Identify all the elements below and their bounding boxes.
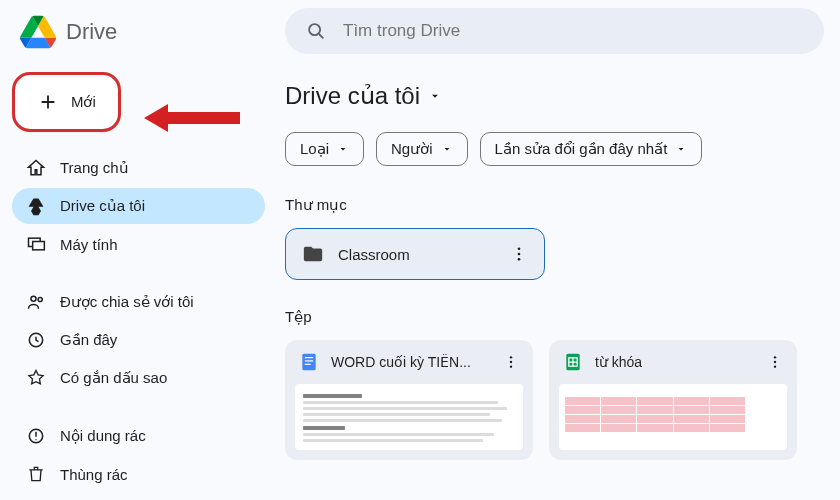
home-icon — [26, 158, 46, 178]
spam-icon — [26, 426, 46, 446]
svg-rect-10 — [302, 354, 315, 371]
sidebar-item-trash[interactable]: Thùng rác — [12, 456, 265, 492]
file-row: WORD cuối kỳ TIẾN... từ khóa — [285, 340, 824, 460]
sidebar-item-label: Máy tính — [60, 236, 118, 253]
search-icon — [305, 20, 327, 42]
sidebar-item-label: Drive của tôi — [60, 197, 145, 215]
svg-point-19 — [774, 356, 776, 358]
file-title: WORD cuối kỳ TIẾN... — [331, 354, 491, 370]
sidebar-item-recent[interactable]: Gần đây — [12, 322, 265, 358]
sidebar-item-computers[interactable]: Máy tính — [12, 226, 265, 262]
chip-label: Lần sửa đổi gần đây nhất — [495, 140, 668, 158]
sidebar-item-label: Trang chủ — [60, 159, 129, 177]
sheets-icon — [563, 352, 583, 372]
docs-icon — [299, 352, 319, 372]
page-title: Drive của tôi — [285, 82, 420, 110]
svg-point-20 — [774, 361, 776, 363]
sidebar-item-label: Được chia sẻ với tôi — [60, 293, 194, 311]
sidebar: Drive Mới Trang chủ Drive của tôi Máy tí… — [0, 0, 265, 500]
svg-point-3 — [38, 297, 42, 301]
nav: Trang chủ Drive của tôi Máy tính Được ch… — [12, 150, 265, 500]
page-title-row[interactable]: Drive của tôi — [285, 82, 824, 110]
sidebar-item-my-drive[interactable]: Drive của tôi — [12, 188, 265, 224]
sidebar-item-label: Thùng rác — [60, 466, 128, 483]
sidebar-item-shared[interactable]: Được chia sẻ với tôi — [12, 284, 265, 320]
file-card-doc[interactable]: WORD cuối kỳ TIẾN... — [285, 340, 533, 460]
svg-point-16 — [510, 365, 512, 367]
logo-row[interactable]: Drive — [12, 10, 265, 74]
svg-point-15 — [510, 361, 512, 363]
svg-rect-11 — [305, 357, 313, 358]
new-button-label: Mới — [71, 93, 96, 111]
folder-card[interactable]: Classroom — [285, 228, 545, 280]
caret-down-icon — [675, 143, 687, 155]
star-icon — [26, 368, 46, 388]
svg-point-2 — [31, 296, 36, 301]
filter-row: Loại Người Lần sửa đổi gần đây nhất — [285, 132, 824, 166]
files-heading: Tệp — [285, 308, 824, 326]
trash-icon — [26, 464, 46, 484]
svg-point-14 — [510, 356, 512, 358]
search-input[interactable] — [343, 21, 804, 41]
more-icon[interactable] — [503, 354, 519, 370]
sidebar-item-storage[interactable]: Bộ nhớ — [12, 494, 265, 500]
folder-name: Classroom — [338, 246, 496, 263]
folder-icon — [302, 243, 324, 265]
caret-down-icon — [337, 143, 349, 155]
search-bar[interactable] — [285, 8, 824, 54]
main-content: Drive của tôi Loại Người Lần sửa đổi gần… — [265, 0, 840, 500]
sidebar-item-starred[interactable]: Có gắn dấu sao — [12, 360, 265, 396]
svg-point-6 — [309, 24, 320, 35]
chip-label: Loại — [300, 140, 329, 158]
svg-point-8 — [518, 253, 521, 256]
sidebar-item-label: Gần đây — [60, 331, 117, 349]
doc-preview — [295, 384, 523, 450]
new-button[interactable]: Mới — [14, 74, 119, 130]
svg-point-9 — [518, 258, 521, 261]
more-icon[interactable] — [767, 354, 783, 370]
people-icon — [26, 292, 46, 312]
svg-rect-1 — [33, 242, 45, 250]
plus-icon — [37, 91, 59, 113]
drive-icon — [26, 196, 46, 216]
svg-point-7 — [518, 247, 521, 250]
filter-people[interactable]: Người — [376, 132, 468, 166]
svg-rect-12 — [305, 360, 313, 361]
sidebar-item-home[interactable]: Trang chủ — [12, 150, 265, 186]
computer-icon — [26, 234, 46, 254]
clock-icon — [26, 330, 46, 350]
sidebar-item-label: Nội dung rác — [60, 427, 146, 445]
sidebar-item-spam[interactable]: Nội dung rác — [12, 418, 265, 454]
more-icon[interactable] — [510, 245, 528, 263]
caret-down-icon — [441, 143, 453, 155]
file-card-sheet[interactable]: từ khóa — [549, 340, 797, 460]
svg-point-21 — [774, 365, 776, 367]
sidebar-item-label: Có gắn dấu sao — [60, 369, 167, 387]
folder-row: Classroom — [285, 228, 824, 280]
folders-heading: Thư mục — [285, 196, 824, 214]
filter-modified[interactable]: Lần sửa đổi gần đây nhất — [480, 132, 703, 166]
caret-down-icon — [428, 89, 442, 103]
filter-type[interactable]: Loại — [285, 132, 364, 166]
chip-label: Người — [391, 140, 433, 158]
app-name: Drive — [66, 19, 117, 45]
drive-logo-icon — [20, 14, 56, 50]
svg-rect-13 — [305, 364, 311, 365]
file-title: từ khóa — [595, 354, 755, 370]
sheet-preview — [559, 384, 787, 450]
